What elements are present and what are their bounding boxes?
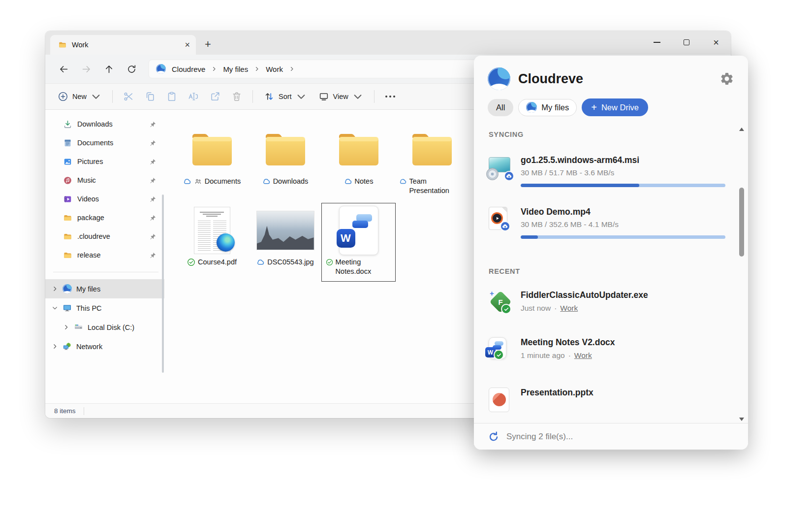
cloud-upload-badge-icon [500, 221, 510, 231]
folder-icon [58, 40, 67, 49]
sync-item-msi[interactable]: go1.25.5.windows-arm64.msi 30 MB / 51.7 … [489, 155, 733, 187]
disk-icon [74, 323, 83, 332]
cloud-status-icon [399, 177, 407, 186]
sidebar-item-release[interactable]: release [45, 246, 164, 264]
maximize-icon [684, 39, 689, 45]
installer-file-icon [489, 157, 512, 179]
toolbar-divider [112, 90, 113, 103]
sidebar-item-this-pc[interactable]: This PC [45, 298, 164, 318]
breadcrumb-my-files[interactable]: My files [223, 65, 248, 73]
cloud-status-icon [344, 177, 352, 186]
maximize-button[interactable] [682, 37, 691, 47]
folder-team-presentation[interactable]: Team Presentation [395, 123, 468, 200]
breadcrumb-work[interactable]: Work [266, 65, 283, 73]
copy-button[interactable] [140, 87, 160, 106]
forward-button[interactable] [77, 60, 95, 78]
up-button[interactable] [99, 60, 118, 78]
status-divider [84, 407, 84, 415]
pdf-thumbnail [194, 207, 230, 254]
sidebar-item-network[interactable]: Network [45, 337, 164, 356]
sidebar-item-package[interactable]: package [45, 208, 164, 227]
recent-item-meeting-notes-v2[interactable]: W Meeting Notes V2.docx 1 minute ago · W… [489, 337, 733, 360]
pin-icon [149, 233, 156, 240]
folder-icon [63, 232, 72, 241]
sidebar-item-cloudreve[interactable]: .cloudreve [45, 227, 164, 246]
sidebar-item-label: Network [76, 343, 102, 351]
new-drive-button[interactable]: + New Drive [582, 98, 648, 116]
chevron-right-icon [254, 66, 260, 72]
breadcrumb-cloudreve[interactable]: Cloudreve [172, 65, 205, 73]
refresh-button[interactable] [122, 60, 141, 78]
filter-all-chip[interactable]: All [488, 99, 513, 116]
sidebar-scrollbar[interactable] [162, 195, 164, 373]
cut-button[interactable] [118, 87, 139, 106]
sort-button[interactable]: Sort [258, 87, 312, 106]
folder-notes[interactable]: Notes [322, 123, 395, 200]
sidebar-item-label: Music [77, 176, 96, 184]
cloud-upload-badge-icon [504, 171, 514, 181]
recent-time: Just now [521, 304, 551, 313]
folder-documents[interactable]: Documents [175, 123, 249, 200]
tab-work[interactable]: Work × [50, 35, 196, 55]
close-button[interactable]: × [711, 37, 721, 47]
synced-check-badge-icon [494, 350, 504, 360]
back-icon [59, 64, 69, 74]
recent-location-link[interactable]: Work [574, 351, 592, 360]
file-name: Meeting Notes.docx [336, 258, 392, 276]
filter-my-files-chip[interactable]: My files [518, 99, 577, 116]
delete-button[interactable] [226, 87, 247, 106]
sidebar-item-videos[interactable]: Videos [45, 190, 164, 208]
folder-name: Team Presentation [409, 177, 465, 195]
sync-item-video[interactable]: Video Demo.mp4 30 MB / 352.6 MB - 4.1 MB… [489, 207, 733, 239]
sidebar-item-downloads[interactable]: Downloads [45, 115, 164, 133]
file-course4-pdf[interactable]: Course4.pdf [175, 203, 249, 281]
recent-location-link[interactable]: Work [560, 304, 578, 313]
rename-icon [188, 91, 199, 102]
new-button[interactable]: New [52, 87, 107, 106]
word-document-icon: W [339, 206, 378, 255]
up-icon [104, 64, 114, 74]
recent-item-presentation[interactable]: Presentation.pptx [489, 388, 733, 412]
share-button[interactable] [205, 87, 225, 106]
recent-item-fiddler[interactable]: F + FiddlerClassicAutoUpdater.exe Just n… [489, 290, 733, 314]
recent-file-name: FiddlerClassicAutoUpdater.exe [521, 290, 733, 300]
cloudreve-logo-icon [156, 64, 166, 74]
rename-button[interactable] [183, 87, 204, 106]
back-button[interactable] [54, 60, 73, 78]
minimize-button[interactable] [652, 37, 662, 47]
view-button[interactable]: View [313, 87, 369, 106]
chevron-down-icon [296, 91, 307, 102]
chevron-right-icon [63, 324, 69, 330]
cloudreve-logo-icon [526, 102, 537, 113]
file-meeting-notes-docx[interactable]: W Meeting Notes.docx [322, 203, 395, 281]
tab-close-icon[interactable]: × [185, 40, 190, 49]
panel-scrollbar-thumb[interactable] [739, 188, 744, 257]
copy-icon [145, 91, 156, 102]
pin-icon [149, 195, 156, 203]
sort-icon [264, 91, 275, 102]
sidebar-item-label: Local Disk (C:) [88, 324, 134, 331]
videos-icon [63, 195, 72, 204]
sidebar-item-label: .cloudreve [77, 232, 110, 240]
sidebar-item-label: release [77, 251, 101, 259]
chevron-right-icon [289, 66, 295, 72]
folder-downloads[interactable]: Downloads [249, 123, 322, 200]
drive-filter-row: All My files + New Drive [488, 98, 734, 116]
more-options-button[interactable] [380, 87, 401, 106]
sidebar-item-local-disk-c[interactable]: Local Disk (C:) [45, 318, 164, 337]
sidebar-item-pictures[interactable]: Pictures [45, 152, 164, 171]
folder-icon [262, 130, 309, 169]
paste-button[interactable] [161, 87, 182, 106]
cloudreve-panel: Cloudreve All My files + New Drive SYNCI… [474, 56, 748, 450]
trash-icon [231, 91, 242, 102]
sidebar-item-documents[interactable]: Documents [45, 133, 164, 152]
scroll-up-arrow-icon[interactable] [739, 128, 744, 131]
scroll-down-arrow-icon[interactable] [739, 418, 744, 421]
sync-file-name: go1.25.5.windows-arm64.msi [521, 155, 733, 165]
folder-icon [63, 213, 72, 223]
sidebar-item-music[interactable]: Music [45, 171, 164, 190]
new-tab-button[interactable]: + [205, 39, 211, 50]
file-dsc05543-jpg[interactable]: DSC05543.jpg [249, 203, 322, 281]
sidebar-item-my-files[interactable]: My files [45, 279, 164, 298]
gear-icon[interactable] [719, 71, 734, 86]
